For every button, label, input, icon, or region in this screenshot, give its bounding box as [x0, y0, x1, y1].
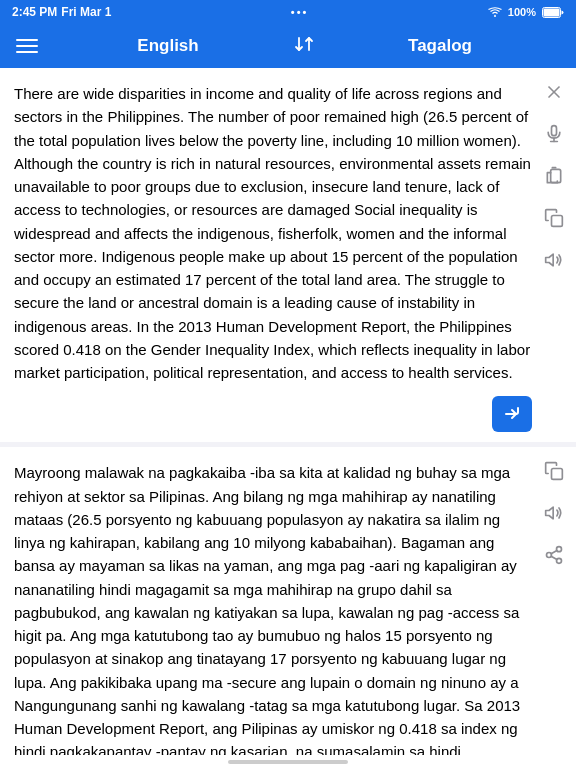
translated-panel-actions	[540, 457, 568, 569]
svg-marker-9	[546, 254, 554, 266]
date: Fri Mar 1	[61, 5, 111, 19]
header: English Tagalog	[0, 24, 576, 68]
paste-button[interactable]	[540, 162, 568, 190]
enter-button[interactable]	[492, 396, 532, 432]
battery-level: 100%	[508, 6, 536, 18]
translated-text: Mayroong malawak na pagkakaiba -iba sa k…	[14, 461, 532, 768]
target-language-label: Tagalog	[320, 36, 560, 56]
status-bar-right: 100%	[488, 6, 564, 18]
swap-languages-button[interactable]	[288, 33, 320, 60]
svg-rect-4	[552, 126, 557, 136]
translated-panel: Mayroong malawak na pagkakaiba -iba sa k…	[0, 447, 576, 754]
source-language-label: English	[48, 36, 288, 56]
status-bar: 2:45 PM Fri Mar 1 ••• 100%	[0, 0, 576, 24]
status-bar-left: 2:45 PM Fri Mar 1	[12, 5, 111, 19]
speak-translated-button[interactable]	[540, 499, 568, 527]
share-translated-button[interactable]	[540, 541, 568, 569]
close-button[interactable]	[540, 78, 568, 106]
microphone-button[interactable]	[540, 120, 568, 148]
source-panel: There are wide disparities in income and…	[0, 68, 576, 442]
svg-line-16	[551, 551, 557, 554]
svg-marker-11	[546, 508, 554, 520]
copy-translated-button[interactable]	[540, 457, 568, 485]
svg-rect-7	[551, 169, 561, 182]
main-content: There are wide disparities in income and…	[0, 68, 576, 768]
wifi-icon	[488, 7, 502, 17]
menu-button[interactable]	[16, 39, 48, 53]
source-panel-actions	[540, 78, 568, 274]
battery-icon	[542, 7, 564, 18]
svg-line-15	[551, 557, 557, 560]
svg-rect-1	[543, 8, 559, 16]
scroll-indicator	[228, 760, 348, 764]
copy-source-button[interactable]	[540, 204, 568, 232]
svg-rect-8	[552, 216, 563, 227]
source-text[interactable]: There are wide disparities in income and…	[14, 82, 532, 384]
time: 2:45 PM	[12, 5, 57, 19]
speak-source-button[interactable]	[540, 246, 568, 274]
dots: •••	[291, 6, 309, 18]
svg-rect-10	[552, 469, 563, 480]
status-bar-center: •••	[291, 6, 309, 18]
